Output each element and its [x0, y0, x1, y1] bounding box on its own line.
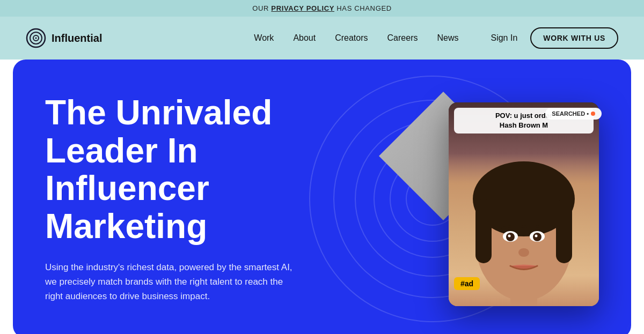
- searched-label: SEARCHED •: [552, 110, 589, 117]
- svg-rect-7: [556, 199, 572, 263]
- hero-text-block: The Unrivaled Leader In Influencer Marke…: [13, 62, 313, 334]
- searched-dot: [591, 112, 595, 116]
- header: Influential Work About Creators Careers …: [0, 17, 644, 60]
- main-nav: Work About Creators Careers News: [254, 33, 458, 43]
- video-card: POV: u just order Hash Brown M: [449, 102, 599, 306]
- banner-suffix: HAS CHANGED: [334, 4, 392, 12]
- svg-rect-6: [475, 199, 492, 263]
- nav-careers[interactable]: Careers: [387, 33, 418, 43]
- svg-point-14: [535, 235, 538, 237]
- nav-news[interactable]: News: [437, 33, 458, 43]
- hero-section: The Unrivaled Leader In Influencer Marke…: [13, 60, 631, 334]
- ad-badge: #ad: [454, 277, 480, 290]
- nav-about[interactable]: About: [293, 33, 316, 43]
- nav-creators[interactable]: Creators: [335, 33, 368, 43]
- svg-point-3: [35, 38, 37, 39]
- logo-icon: [26, 28, 46, 48]
- logo[interactable]: Influential: [26, 28, 102, 48]
- banner-prefix: OUR: [252, 4, 271, 12]
- sign-in-link[interactable]: Sign In: [491, 33, 517, 43]
- hero-subtitle: Using the industry's richest data, power…: [45, 260, 303, 304]
- pov-line2: Hash Brown M: [459, 121, 588, 130]
- top-banner: OUR PRIVACY POLICY HAS CHANGED: [0, 0, 644, 17]
- svg-rect-8: [510, 290, 537, 306]
- svg-point-15: [518, 248, 529, 257]
- header-right: Sign In WORK WITH US: [491, 27, 618, 49]
- logo-text: Influential: [52, 32, 102, 44]
- hero-title: The Unrivaled Leader In Influencer Marke…: [45, 94, 313, 245]
- hero-media: SEARCHED • POV: u just order Hash Brown …: [352, 81, 599, 317]
- svg-point-12: [533, 233, 541, 241]
- work-with-us-button[interactable]: WORK WITH US: [530, 27, 618, 49]
- nav-work[interactable]: Work: [254, 33, 274, 43]
- privacy-policy-link[interactable]: PRIVACY POLICY: [271, 4, 334, 12]
- searched-badge: SEARCHED •: [545, 108, 602, 120]
- svg-point-13: [508, 235, 511, 237]
- video-card-bg: POV: u just order Hash Brown M: [449, 102, 599, 306]
- svg-point-11: [506, 233, 515, 241]
